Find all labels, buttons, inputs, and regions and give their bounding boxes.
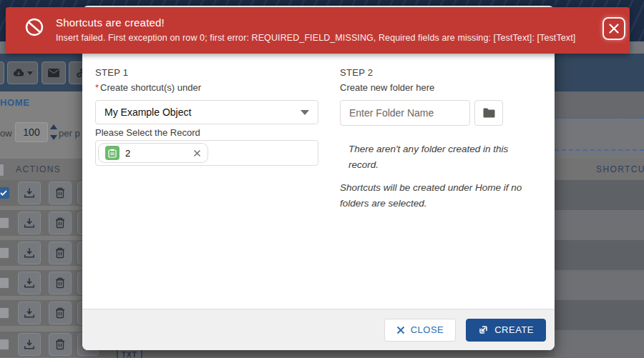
background-right-rows (555, 180, 644, 358)
record-label: Please Select the Record (95, 127, 200, 138)
modal-footer: CLOSE CREATE (82, 309, 555, 350)
download-button[interactable] (18, 333, 41, 356)
download-button[interactable] (18, 272, 41, 294)
download-icon (24, 307, 35, 319)
folder-icon (483, 108, 495, 118)
chevron-down-icon (27, 71, 33, 75)
row-checkbox[interactable] (0, 247, 9, 259)
trash-icon (55, 247, 65, 259)
remove-record-button[interactable] (193, 149, 201, 157)
row-checkbox[interactable] (0, 307, 9, 319)
row-checkbox[interactable] (0, 277, 9, 289)
record-pill-value: 2 (125, 148, 187, 159)
stepper-down-icon[interactable] (50, 135, 57, 140)
download-button[interactable] (18, 302, 41, 324)
download-button[interactable] (18, 182, 41, 204)
chevron-down-icon (301, 110, 309, 115)
create-shortcuts-modal: STEP 1 *Create shortcut(s) under My Exam… (82, 6, 555, 350)
delete-button[interactable] (49, 302, 72, 324)
download-icon (24, 277, 35, 289)
delete-button[interactable] (49, 212, 72, 234)
record-pill: 2 (98, 143, 208, 163)
dashed-divider (555, 117, 644, 119)
select-all-checkbox[interactable] (0, 164, 4, 176)
close-x-icon (396, 326, 405, 334)
check-icon (0, 190, 7, 196)
download-icon (24, 187, 35, 199)
page-size-suffix: per p (59, 128, 80, 139)
object-select-value: My Example Object (104, 106, 301, 118)
page-size-prefix: ow (0, 128, 12, 139)
record-select-input[interactable]: 2 (95, 140, 318, 166)
stepper-up-icon[interactable] (50, 124, 57, 129)
trash-icon (55, 277, 65, 289)
trash-icon (55, 217, 65, 229)
create-icon (478, 324, 489, 335)
cloud-download-icon (12, 68, 25, 78)
ban-icon (24, 17, 44, 40)
step1-field-label: *Create shortcut(s) under (95, 82, 201, 93)
cloud-download-button[interactable] (7, 61, 38, 84)
close-button[interactable]: CLOSE (384, 319, 457, 342)
download-icon (24, 247, 35, 259)
shortcut-column-header: SHORTCUT (596, 164, 644, 174)
row-checkbox[interactable] (0, 339, 9, 350)
row-checkbox[interactable] (0, 217, 9, 229)
step2-field-label: Create new folder here (340, 82, 434, 93)
download-button[interactable] (18, 212, 41, 234)
download-icon (24, 217, 35, 229)
dashed-divider (555, 149, 644, 151)
trash-icon (55, 339, 65, 350)
toast-title: Shortcuts are created! (56, 16, 165, 29)
folder-name-input[interactable] (340, 100, 470, 126)
mail-icon (48, 69, 59, 77)
delete-button[interactable] (49, 182, 72, 204)
delete-button[interactable] (49, 333, 72, 356)
row-checkbox[interactable] (0, 187, 9, 199)
page-size-stepper[interactable] (50, 124, 57, 140)
dropzone-band (555, 119, 644, 159)
error-toast: Shortcuts are created! Insert failed. Fi… (6, 7, 630, 54)
step2-title: STEP 2 (340, 67, 373, 78)
delete-button[interactable] (49, 272, 72, 294)
create-button[interactable]: CREATE (466, 319, 546, 342)
object-select[interactable]: My Example Object (95, 100, 318, 124)
background-right-panel (555, 91, 644, 159)
home-default-note: Shortcuts will be created under Home if … (340, 180, 533, 212)
create-folder-button[interactable] (474, 100, 503, 126)
toolbar-button-partial[interactable] (0, 61, 4, 84)
actions-column-header: ACTIONS (16, 164, 61, 174)
step1-title: STEP 1 (95, 67, 128, 78)
toast-close-button[interactable] (602, 17, 625, 40)
mail-button[interactable] (42, 61, 66, 84)
record-icon (105, 146, 119, 160)
required-asterisk: * (95, 82, 99, 93)
download-button[interactable] (18, 242, 41, 264)
delete-button[interactable] (49, 242, 72, 264)
page-size-input[interactable]: 100 (15, 122, 48, 142)
breadcrumb[interactable]: HOME (0, 97, 29, 108)
toast-message: Insert failed. First exception on row 0;… (56, 33, 575, 43)
no-folders-note: There aren't any folder created in this … (348, 141, 529, 174)
screen: HOME ow 100 per p ACTIONS SHORTCUT (0, 0, 644, 358)
trash-icon (55, 307, 65, 319)
download-icon (24, 339, 35, 350)
trash-icon (55, 187, 65, 199)
close-icon (608, 23, 620, 34)
remove-icon (193, 149, 201, 157)
